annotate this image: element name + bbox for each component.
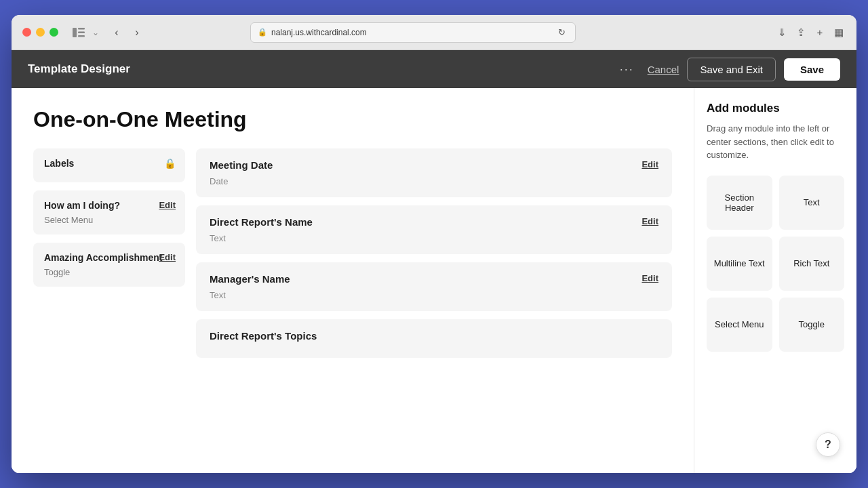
svg-rect-0: [73, 28, 77, 37]
browser-chrome: ⌄ ‹ › 🔒 nalanj.us.withcardinal.com ↻ ⇓ ⇪…: [12, 15, 856, 50]
modules-panel-title: Add modules: [707, 102, 844, 115]
svg-rect-1: [78, 28, 85, 30]
traffic-light-green[interactable]: [50, 28, 58, 37]
help-button[interactable]: ?: [816, 432, 840, 457]
module-tile-section-header[interactable]: Section Header: [707, 176, 772, 230]
save-exit-button[interactable]: Save and Exit: [687, 58, 776, 81]
center-module-direct-report-topics: Direct Report's Topics: [196, 319, 672, 358]
new-tab-icon[interactable]: +: [813, 26, 827, 39]
more-button[interactable]: ···: [614, 60, 639, 79]
lock-icon: 🔒: [258, 28, 267, 37]
forward-button[interactable]: ›: [127, 23, 146, 42]
center-module-direct-report-name: Direct Report's Name Text Edit: [196, 205, 672, 254]
traffic-light-yellow[interactable]: [36, 28, 45, 37]
module-sub-how: Select Menu: [44, 215, 174, 225]
center-module-managers-name: Manager's Name Text Edit: [196, 262, 672, 311]
template-title: One-on-One Meeting: [33, 107, 672, 132]
center-module-meeting-date: Meeting Date Date Edit: [196, 148, 672, 197]
app-container: Template Designer ··· Cancel Save and Ex…: [12, 50, 856, 473]
sidebar-toggle-button[interactable]: [69, 23, 88, 42]
lock-icon: 🔒: [164, 158, 176, 169]
nav-buttons: ‹ ›: [107, 23, 146, 42]
edit-managers-name-button[interactable]: Edit: [642, 273, 658, 283]
browser-window: ⌄ ‹ › 🔒 nalanj.us.withcardinal.com ↻ ⇓ ⇪…: [12, 15, 856, 473]
edit-direct-report-name-button[interactable]: Edit: [642, 216, 658, 226]
traffic-lights: [22, 28, 58, 37]
center-module-sub-0: Date: [210, 176, 658, 186]
refresh-button[interactable]: ↻: [555, 26, 568, 39]
left-module-how-am-i-doing: How am I doing? Select Menu Edit: [33, 190, 185, 235]
module-tile-toggle[interactable]: Toggle: [779, 298, 845, 352]
center-module-sub-1: Text: [210, 233, 658, 243]
save-button[interactable]: Save: [784, 58, 840, 81]
share-icon[interactable]: ⇪: [794, 26, 808, 39]
left-module-amazing: Amazing Accomplishment Toggle Edit: [33, 243, 185, 287]
top-bar-actions: ··· Cancel Save and Exit Save: [614, 58, 840, 81]
edit-meeting-date-button[interactable]: Edit: [642, 159, 658, 169]
traffic-light-red[interactable]: [22, 28, 31, 37]
module-title-labels: Labels: [44, 158, 174, 169]
browser-sidebar-toggle[interactable]: ⌄: [69, 23, 99, 42]
module-tile-select-menu[interactable]: Select Menu: [707, 298, 772, 352]
center-column: Meeting Date Date Edit Direct Report's N…: [196, 148, 672, 473]
address-bar[interactable]: 🔒 nalanj.us.withcardinal.com ↻: [250, 22, 576, 43]
back-button[interactable]: ‹: [107, 23, 126, 42]
download-icon[interactable]: ⇓: [775, 26, 789, 39]
editor-panel: One-on-One Meeting Labels 🔒 How am I doi…: [12, 88, 694, 473]
svg-rect-2: [78, 31, 85, 33]
tabs-icon[interactable]: ▦: [832, 26, 846, 39]
center-module-sub-2: Text: [210, 290, 658, 300]
center-module-title-0: Meeting Date: [210, 159, 658, 171]
app-title: Template Designer: [28, 62, 130, 76]
module-sub-amazing: Toggle: [44, 267, 174, 277]
edit-how-button[interactable]: Edit: [159, 200, 176, 210]
module-tile-multiline-text[interactable]: Multiline Text: [707, 237, 772, 291]
browser-right-icons: ⇓ ⇪ + ▦: [775, 26, 846, 39]
left-column: Labels 🔒 How am I doing? Select Menu Edi…: [33, 148, 196, 473]
module-title-amazing: Amazing Accomplishment: [44, 252, 174, 263]
main-content: One-on-One Meeting Labels 🔒 How am I doi…: [12, 88, 856, 473]
center-module-title-1: Direct Report's Name: [210, 216, 658, 228]
center-module-title-3: Direct Report's Topics: [210, 330, 658, 342]
chevron-down-icon[interactable]: ⌄: [92, 28, 99, 37]
modules-grid: Section Header Text Multiline Text Rich …: [707, 176, 844, 352]
center-module-title-2: Manager's Name: [210, 273, 658, 285]
url-text: nalanj.us.withcardinal.com: [271, 28, 367, 37]
module-title-how: How am I doing?: [44, 200, 174, 211]
editor-columns: Labels 🔒 How am I doing? Select Menu Edi…: [33, 148, 672, 473]
modules-panel-description: Drag any module into the left or center …: [707, 122, 844, 162]
top-bar: Template Designer ··· Cancel Save and Ex…: [12, 50, 856, 88]
module-tile-rich-text[interactable]: Rich Text: [779, 237, 845, 291]
svg-rect-3: [78, 35, 85, 37]
modules-panel: Add modules Drag any module into the lef…: [694, 88, 856, 473]
left-module-labels: Labels 🔒: [33, 148, 185, 182]
cancel-button[interactable]: Cancel: [648, 64, 679, 75]
edit-amazing-button[interactable]: Edit: [159, 252, 176, 262]
module-tile-text[interactable]: Text: [779, 176, 845, 230]
